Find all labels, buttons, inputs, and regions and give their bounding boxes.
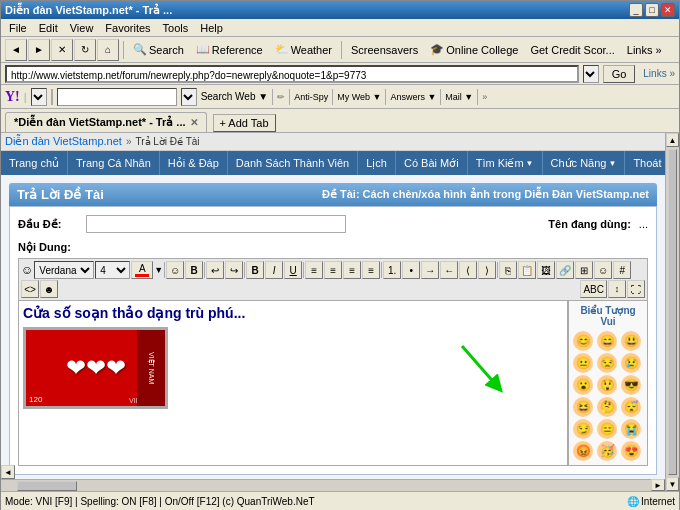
go-button[interactable]: Go: [603, 65, 636, 83]
copy-button[interactable]: ⎘: [499, 261, 517, 279]
nav-functions[interactable]: Chức Năng: [543, 151, 626, 175]
resize-button[interactable]: ↕: [608, 280, 626, 298]
menu-edit[interactable]: Edit: [33, 19, 64, 36]
my-web-label[interactable]: My Web ▼: [337, 92, 381, 102]
emoji-7[interactable]: 😮: [573, 375, 593, 395]
reference-toolbar-button[interactable]: 📖 Reference: [191, 40, 268, 60]
ul-button[interactable]: •: [402, 261, 420, 279]
emoji-1[interactable]: 😊: [573, 331, 593, 351]
nav-search[interactable]: Tìm Kiếm: [468, 151, 543, 175]
online-college-button[interactable]: 🎓 Online College: [425, 40, 523, 60]
emoji-15[interactable]: 😭: [621, 419, 641, 439]
emoji-12[interactable]: 😴: [621, 397, 641, 417]
emoji-4[interactable]: 😐: [573, 353, 593, 373]
align-justify-button[interactable]: ≡: [362, 261, 380, 279]
home-button[interactable]: ⌂: [97, 39, 119, 61]
yahoo-dropdown[interactable]: [31, 88, 47, 106]
stop-button[interactable]: ✕: [51, 39, 73, 61]
code-button[interactable]: <>: [21, 280, 39, 298]
emoji-5[interactable]: 😒: [597, 353, 617, 373]
outdent-button[interactable]: ←: [440, 261, 458, 279]
search-web-dropdown[interactable]: [181, 88, 197, 106]
vertical-scrollbar[interactable]: ▲ ▼: [665, 133, 679, 491]
font-size-select[interactable]: 4: [95, 261, 130, 279]
screensavers-button[interactable]: Screensavers: [346, 40, 423, 60]
emoji-13[interactable]: 😏: [573, 419, 593, 439]
i-button[interactable]: I: [265, 261, 283, 279]
emoji-9[interactable]: 😎: [621, 375, 641, 395]
horizontal-scrollbar[interactable]: [1, 479, 665, 491]
scroll-left-arrow[interactable]: ◄: [1, 465, 15, 479]
color-dropdown[interactable]: ▼: [154, 265, 163, 275]
scroll-thumb[interactable]: [668, 149, 677, 475]
outdent2-button[interactable]: ⟩: [478, 261, 496, 279]
maximize-button[interactable]: □: [645, 3, 659, 17]
smileys-button[interactable]: ☺: [594, 261, 612, 279]
minimize-button[interactable]: _: [629, 3, 643, 17]
undo-button[interactable]: ☺: [166, 261, 184, 279]
nav-members[interactable]: Danh Sách Thành Viên: [228, 151, 358, 175]
align-center-button[interactable]: ≡: [324, 261, 342, 279]
active-tab[interactable]: *Diễn đàn VietStamp.net* - Trả ... ✕: [5, 112, 207, 132]
emoticon-button[interactable]: ☻: [40, 280, 58, 298]
b-button[interactable]: B: [246, 261, 264, 279]
search-toolbar-button[interactable]: 🔍 Search: [128, 40, 189, 60]
nav-newposts[interactable]: Có Bài Mới: [396, 151, 468, 175]
scroll-right-arrow[interactable]: ►: [651, 479, 665, 491]
emoji-14[interactable]: 😑: [597, 419, 617, 439]
emoji-11[interactable]: 🤔: [597, 397, 617, 417]
weather-toolbar-button[interactable]: ⛅ Weather: [270, 40, 337, 60]
go-dropdown[interactable]: [583, 65, 599, 83]
nav-qa[interactable]: Hỏi & Đáp: [160, 151, 228, 175]
scroll-down-arrow[interactable]: ▼: [666, 477, 679, 491]
get-credit-button[interactable]: Get Credit Scor...: [525, 40, 619, 60]
emoji-3[interactable]: 😃: [621, 331, 641, 351]
emoji-17[interactable]: 🥳: [597, 441, 617, 461]
answers-label[interactable]: Answers ▼: [390, 92, 436, 102]
redo-button[interactable]: ↪: [225, 261, 243, 279]
font-color-button[interactable]: A: [131, 261, 153, 279]
h-scroll-thumb[interactable]: [17, 481, 77, 491]
menu-favorites[interactable]: Favorites: [99, 19, 156, 36]
table-button[interactable]: ⊞: [575, 261, 593, 279]
menu-help[interactable]: Help: [194, 19, 229, 36]
scroll-up-arrow[interactable]: ▲: [666, 133, 679, 147]
align-right-button[interactable]: ≡: [343, 261, 361, 279]
nav-logout[interactable]: Thoát: [625, 151, 665, 175]
link-button[interactable]: 🔗: [556, 261, 574, 279]
emoji-8[interactable]: 😲: [597, 375, 617, 395]
menu-file[interactable]: File: [3, 19, 33, 36]
ol-button[interactable]: 1.: [383, 261, 401, 279]
emoji-18[interactable]: 😍: [621, 441, 641, 461]
emoji-6[interactable]: 😢: [621, 353, 641, 373]
align-left-button[interactable]: ≡: [305, 261, 323, 279]
image-button[interactable]: 🖼: [537, 261, 555, 279]
indent-button[interactable]: →: [421, 261, 439, 279]
emoji-16[interactable]: 😡: [573, 441, 593, 461]
nav-profile[interactable]: Trang Cá Nhân: [68, 151, 160, 175]
tab-close-button[interactable]: ✕: [190, 117, 198, 128]
anti-spy-label[interactable]: Anti-Spy: [294, 92, 328, 102]
close-button[interactable]: ✕: [661, 3, 675, 17]
forward-button[interactable]: ►: [28, 39, 50, 61]
u-button[interactable]: U: [284, 261, 302, 279]
breadcrumb-home[interactable]: Diễn đàn VietStamp.net: [5, 135, 122, 148]
yahoo-search-input[interactable]: [57, 88, 177, 106]
mail-label[interactable]: Mail ▼: [445, 92, 473, 102]
address-dropdown[interactable]: [583, 65, 599, 83]
hash-button[interactable]: #: [613, 261, 631, 279]
font-family-select[interactable]: Verdana: [34, 261, 94, 279]
spellcheck-button[interactable]: ABC: [580, 280, 607, 298]
menu-view[interactable]: View: [64, 19, 100, 36]
nav-calendar[interactable]: Lịch: [358, 151, 396, 175]
menu-tools[interactable]: Tools: [157, 19, 195, 36]
refresh-button[interactable]: ↻: [74, 39, 96, 61]
fullscreen-button[interactable]: ⛶: [627, 280, 645, 298]
links-button[interactable]: Links »: [622, 40, 667, 60]
emoji-2[interactable]: 😄: [597, 331, 617, 351]
bold-button[interactable]: B: [185, 261, 203, 279]
undo2-button[interactable]: ↩: [206, 261, 224, 279]
paste-button[interactable]: 📋: [518, 261, 536, 279]
nav-home[interactable]: Trang chủ: [1, 151, 68, 175]
editor-textarea[interactable]: Cửa số soạn thảo dạng trù phú... ❤❤❤ 120…: [18, 300, 568, 466]
